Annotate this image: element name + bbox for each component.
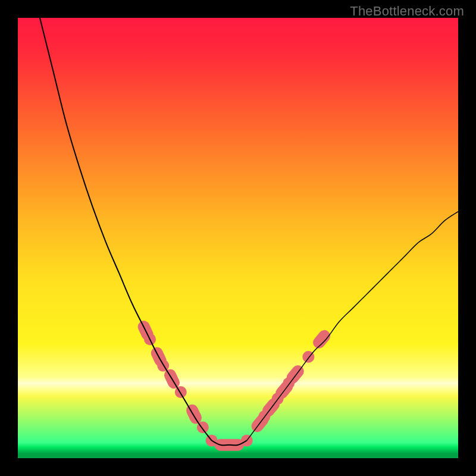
watermark-label: TheBottleneck.com [350,4,464,19]
dot-marker [293,371,298,378]
series-left-curve [40,18,212,440]
dot-marker [175,386,187,398]
outer-frame: TheBottleneck.com [0,0,476,476]
dot-markers [144,327,324,446]
curve-lines [40,18,458,445]
plot-area [18,18,458,458]
curve-layer [18,18,458,458]
